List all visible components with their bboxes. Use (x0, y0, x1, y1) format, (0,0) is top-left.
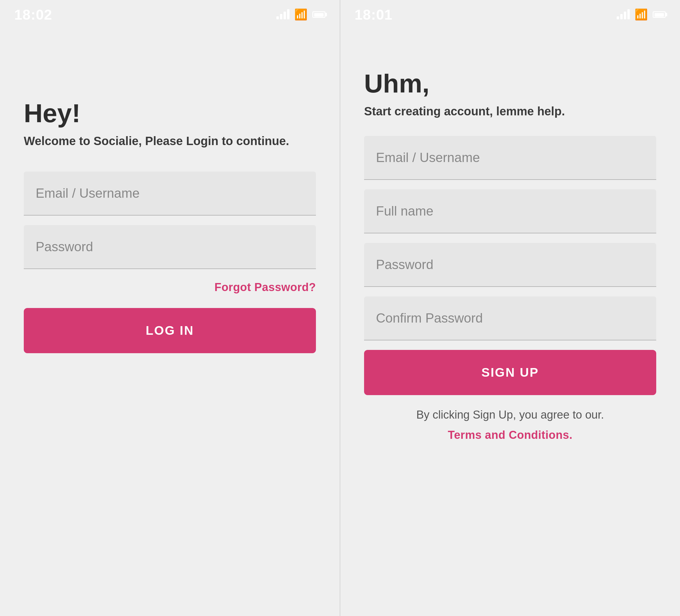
signup-password-input[interactable] (364, 243, 656, 287)
status-bar-left: 18:02 📶 (0, 0, 340, 27)
time-left: 18:02 (14, 6, 52, 23)
login-subtitle: Welcome to Socialie, Please Login to con… (24, 134, 316, 148)
signup-button[interactable]: SIGN UP (364, 350, 656, 395)
password-form-group (24, 225, 316, 269)
signup-email-input[interactable] (364, 136, 656, 180)
signup-subtitle: Start creating account, lemme help. (364, 105, 656, 118)
status-icons-left: 📶 (276, 8, 325, 21)
signup-fullname-group (364, 189, 656, 233)
status-icons-right: 📶 (617, 8, 666, 21)
forgot-password-link[interactable]: Forgot Password? (214, 281, 316, 293)
terms-link[interactable]: Terms and Conditions. (364, 429, 656, 442)
login-title: Hey! (24, 98, 316, 129)
login-button[interactable]: LOG IN (24, 308, 316, 353)
login-password-input[interactable] (24, 225, 316, 269)
signup-content: Uhm, Start creating account, lemme help.… (340, 27, 680, 616)
login-email-input[interactable] (24, 171, 316, 216)
signup-fullname-input[interactable] (364, 189, 656, 233)
signup-confirm-password-input[interactable] (364, 297, 656, 340)
signup-confirm-password-group (364, 297, 656, 340)
signal-icon-right (617, 10, 630, 19)
signup-email-group (364, 136, 656, 180)
signal-icon-left (276, 10, 289, 19)
terms-text: By clicking Sign Up, you agree to our. (364, 406, 656, 424)
battery-icon-left (312, 11, 325, 18)
signup-title: Uhm, (364, 68, 656, 99)
forgot-password-container: Forgot Password? (24, 281, 316, 294)
status-bar-right: 18:01 📶 (340, 0, 680, 27)
signup-screen: 18:01 📶 Uhm, Start creating account, lem… (340, 0, 680, 616)
wifi-icon-left: 📶 (294, 8, 308, 21)
time-right: 18:01 (355, 6, 393, 23)
battery-icon-right (653, 11, 666, 18)
wifi-icon-right: 📶 (634, 8, 648, 21)
email-form-group (24, 171, 316, 216)
login-content: Hey! Welcome to Socialie, Please Login t… (0, 27, 340, 616)
login-screen: 18:02 📶 Hey! Welcome to Socialie, Please… (0, 0, 340, 616)
signup-password-group (364, 243, 656, 287)
